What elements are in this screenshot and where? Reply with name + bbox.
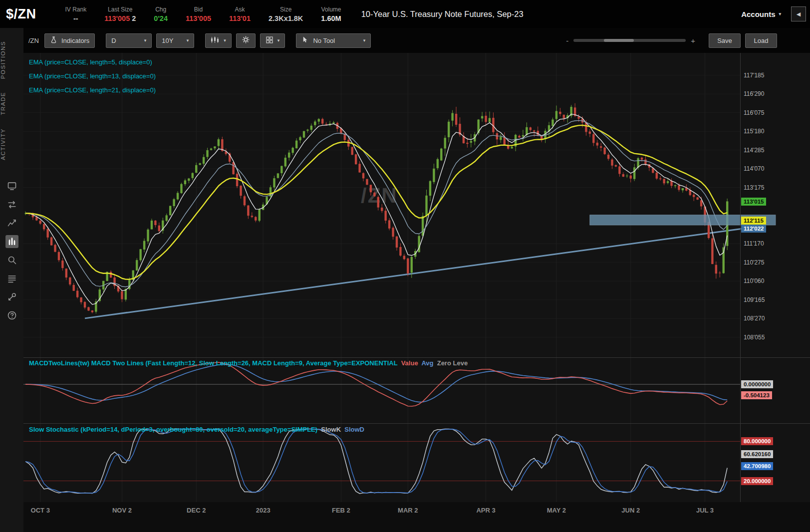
zoom-slider-handle[interactable] [604, 39, 634, 42]
panel-divider[interactable] [23, 357, 810, 358]
aggregation-value: D [111, 37, 116, 44]
stoch-study-label[interactable]: Slow Stochastic (kPeriod=14, dPeriod=3, … [29, 426, 364, 433]
header-stat: IV Rank-- [65, 6, 87, 22]
indicators-flask-icon [50, 36, 57, 45]
header-stat: Size2.3Kx1.8K [269, 6, 303, 22]
ema-study-labels: EMA (price=CLOSE, length=5, displace=0) … [29, 55, 156, 97]
drawing-tool-dropdown[interactable]: No Tool ▾ [296, 33, 371, 48]
grid-layout-icon [266, 36, 273, 45]
axis-badge: 60.620160 [741, 450, 773, 458]
time-axis-label: JUL 3 [688, 507, 723, 514]
indicators-label: Indicators [61, 37, 89, 44]
stat-value: 113'005 [186, 14, 211, 22]
macd-study-label[interactable]: MACDTwoLines(tw) MACD Two Lines (Fast Le… [29, 359, 468, 367]
save-button[interactable]: Save [709, 33, 741, 48]
trade-icon[interactable] [5, 198, 18, 211]
load-button[interactable]: Load [745, 33, 777, 48]
axis-badge: 0.0000000 [741, 380, 773, 388]
stoch-panel-chart[interactable] [23, 423, 810, 502]
chevron-down-icon: ▾ [187, 38, 189, 43]
price-axis[interactable]: 117'185116'290116'075115'180114'285114'0… [740, 53, 810, 502]
price-axis-tick: 116'075 [744, 109, 764, 116]
help-icon[interactable] [5, 309, 18, 322]
study-legend-slowd: SlowD [341, 426, 364, 433]
range-value: 10Y [162, 37, 173, 44]
price-axis-tick: 114'285 [744, 147, 764, 154]
study-legend-avg: Avg [418, 359, 434, 367]
cursor-icon [301, 36, 309, 45]
header-stat: Chg0'24 [154, 6, 168, 22]
collapse-panel-button[interactable]: ◀ [791, 6, 806, 21]
axis-badge: 112'022 [741, 225, 766, 233]
sidebar-tab-trade[interactable]: TRADE [0, 92, 23, 115]
scan-icon[interactable] [5, 254, 18, 266]
time-axis[interactable]: OCT 3NOV 2DEC 22023FEB 2MAR 2APR 3MAY 2J… [23, 502, 810, 532]
time-axis-label: MAR 2 [390, 507, 425, 514]
header-stat: Ask113'01 [229, 6, 251, 22]
analyze-icon[interactable] [5, 217, 18, 230]
axis-badge: 112'115 [741, 217, 766, 225]
chart-toolbar: /ZN Indicators D ▾ 10Y ▾ ▾ ▾ [23, 28, 810, 53]
price-axis-tick: 117'185 [744, 72, 764, 79]
ema5-label[interactable]: EMA (price=CLOSE, length=5, displace=0) [29, 55, 156, 69]
stat-label: Size [280, 6, 291, 13]
sidebar-tab-activity[interactable]: ACTIVITY [0, 128, 23, 160]
ema13-label[interactable]: EMA (price=CLOSE, length=13, displace=0) [29, 69, 156, 83]
study-label-text: MACDTwoLines(tw) MACD Two Lines (Fast Le… [29, 359, 397, 367]
grid-layout-dropdown[interactable]: ▾ [260, 33, 285, 48]
stat-label: Volume [321, 6, 341, 13]
main-price-chart[interactable] [23, 53, 810, 357]
price-axis-tick: 109'165 [744, 296, 765, 303]
chevron-down-icon: ▾ [363, 38, 366, 43]
zoom-slider[interactable] [573, 39, 686, 42]
time-axis-label: 2023 [246, 507, 280, 514]
sidebar-tab-positions[interactable]: POSITIONS [0, 41, 23, 79]
header-stat: Volume1.60M [321, 6, 341, 22]
zoom-control: - + [566, 36, 695, 45]
stat-value: 2.3Kx1.8K [269, 14, 303, 22]
axis-badge: 42.700980 [741, 462, 773, 470]
study-legend-value: Value [397, 359, 418, 367]
stat-label: Bid [194, 6, 203, 13]
zoom-out-button[interactable]: - [566, 36, 568, 45]
study-legend-slowk: SlowK [317, 426, 341, 433]
time-axis-label: MAY 2 [539, 507, 574, 514]
price-axis-tick: 108'270 [744, 315, 765, 322]
ema21-label[interactable]: EMA (price=CLOSE, length=21, displace=0) [29, 83, 156, 97]
price-axis-tick: 115'180 [744, 128, 764, 135]
price-axis-tick: 111'170 [744, 240, 764, 247]
indicators-button[interactable]: Indicators [44, 33, 95, 48]
monitor-icon[interactable] [5, 180, 18, 193]
chevron-down-icon: ▾ [224, 38, 226, 43]
tools-icon[interactable] [5, 290, 18, 303]
charts-icon[interactable] [5, 235, 18, 248]
time-axis-label: OCT 3 [23, 507, 58, 514]
time-axis-label: DEC 2 [179, 507, 214, 514]
time-axis-label: APR 3 [469, 507, 504, 514]
axis-badge: 80.000000 [741, 437, 773, 445]
macd-panel-chart[interactable] [23, 357, 810, 423]
time-axis-label: NOV 2 [104, 507, 139, 514]
stat-value: 0'24 [154, 14, 168, 22]
chart-symbol-label: /ZN [28, 37, 39, 44]
price-axis-tick: 113'175 [744, 184, 764, 191]
aggregation-dropdown[interactable]: D ▾ [106, 33, 152, 48]
chevron-down-icon: ▾ [144, 38, 147, 43]
header-stat: Last Size113'005 2 [104, 6, 136, 22]
header-stats: IV Rank--Last Size113'005 2Chg0'24Bid113… [65, 6, 341, 22]
stat-label: Ask [235, 6, 245, 13]
accounts-menu[interactable]: Accounts ▾ [741, 10, 781, 18]
time-axis-label: FEB 2 [323, 507, 358, 514]
study-label-text: Slow Stochastic (kPeriod=14, dPeriod=3, … [29, 426, 317, 433]
stat-value: 1.60M [321, 14, 341, 22]
chart-settings-button[interactable] [236, 33, 256, 48]
instrument-title: 10-Year U.S. Treasury Note Futures, Sep-… [361, 9, 524, 19]
stat-label: Chg [155, 6, 166, 13]
marketwatch-icon[interactable] [5, 272, 18, 285]
zoom-in-button[interactable]: + [691, 36, 695, 45]
chart-type-dropdown[interactable]: ▾ [205, 33, 232, 48]
left-sidebar: POSITIONSTRADEACTIVITY [0, 28, 23, 532]
price-axis-tick: 110'275 [744, 259, 764, 266]
panel-divider[interactable] [23, 423, 810, 424]
range-dropdown[interactable]: 10Y ▾ [156, 33, 194, 48]
